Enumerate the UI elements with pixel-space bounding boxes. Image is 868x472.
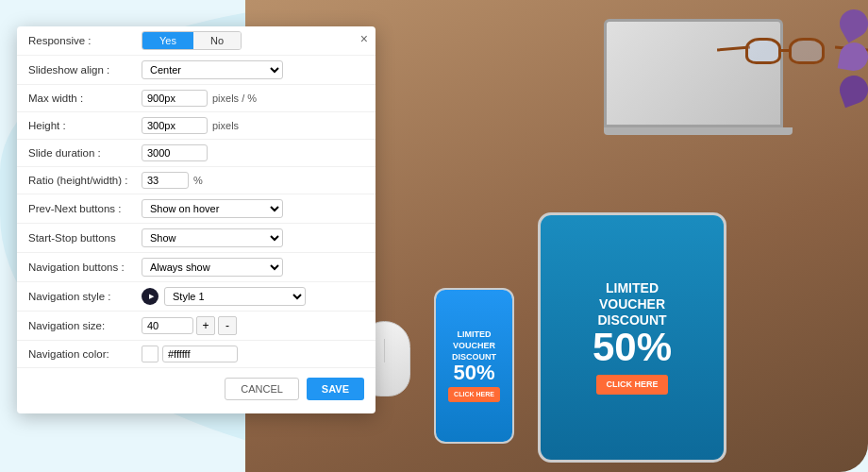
tablet-line1: LIMITED — [593, 280, 672, 296]
nav-size-input[interactable] — [142, 317, 193, 334]
slideshow-align-select[interactable]: Center — [142, 60, 283, 79]
nav-size-stepper: + - — [142, 316, 237, 335]
glasses-lens-right — [789, 38, 825, 64]
phone-screen: LIMITED VOUCHER DISCOUNT 50% CLICK HERE — [436, 290, 512, 442]
laptop-base — [604, 127, 793, 135]
nav-style-row: Navigation style : Style 1 — [17, 282, 376, 312]
phone-cta: CLICK HERE — [448, 387, 500, 401]
slideshow-align-row: Slideshow align : Center — [17, 56, 376, 85]
phone-line1: LIMITED — [448, 329, 500, 341]
tablet-content: LIMITED VOUCHER DISCOUNT 50% CLICK HERE — [574, 261, 691, 413]
prev-next-label: Prev-Next buttons : — [28, 203, 142, 214]
nav-style-icon — [142, 288, 159, 305]
flowers — [840, 9, 868, 104]
prev-next-select[interactable]: Show on hover — [142, 199, 283, 218]
ratio-label: Ratio (height/width) : — [28, 175, 142, 186]
nav-size-label: Navigation size: — [28, 320, 142, 331]
mouse-line — [384, 339, 385, 362]
ratio-row: Ratio (height/width) : % — [17, 167, 376, 194]
save-button[interactable]: SAVE — [307, 378, 364, 400]
height-input[interactable] — [142, 117, 208, 134]
responsive-toggle: Yes No — [142, 31, 242, 50]
nav-buttons-row: Navigation buttons : Always show — [17, 253, 376, 282]
tablet: LIMITED VOUCHER DISCOUNT 50% CLICK HERE — [538, 212, 726, 463]
nav-size-increment[interactable]: + — [196, 316, 215, 335]
glasses-frame — [745, 38, 840, 64]
nav-size-decrement[interactable]: - — [218, 316, 237, 335]
nav-buttons-label: Navigation buttons : — [28, 261, 142, 273]
tablet-discount: 50% — [593, 328, 672, 367]
max-width-input[interactable] — [142, 90, 208, 107]
start-stop-label: Start-Stop buttons — [28, 232, 142, 244]
cancel-button[interactable]: CANCEL — [225, 378, 299, 400]
ratio-input[interactable] — [142, 172, 189, 189]
height-row: Height : pixels — [17, 112, 376, 140]
slideshow-align-label: Slideshow align : — [28, 64, 142, 76]
settings-dialog: × Responsive : Yes No Slideshow align : … — [17, 26, 376, 413]
flower-3 — [836, 72, 868, 108]
nav-buttons-select[interactable]: Always show — [142, 258, 283, 277]
nav-style-label: Navigation style : — [28, 291, 142, 302]
responsive-row: Responsive : Yes No — [17, 26, 376, 56]
phone-line2: VOUCHER — [448, 341, 500, 352]
max-width-unit: pixels / % — [212, 93, 257, 104]
prev-next-row: Prev-Next buttons : Show on hover — [17, 194, 376, 224]
dialog-footer: CANCEL SAVE — [17, 370, 376, 404]
responsive-no-button[interactable]: No — [193, 32, 241, 49]
glasses-lens-left — [745, 38, 781, 64]
tablet-line2: VOUCHER — [593, 296, 672, 312]
height-unit: pixels — [212, 120, 239, 131]
tablet-screen: LIMITED VOUCHER DISCOUNT 50% CLICK HERE — [541, 215, 724, 460]
ratio-unit: % — [193, 175, 203, 186]
tablet-cta: CLICK HERE — [596, 375, 667, 395]
max-width-label: Max width : — [28, 93, 142, 104]
slide-duration-label: Slide duration : — [28, 147, 142, 159]
nav-color-swatch[interactable] — [142, 346, 159, 362]
phone-content: LIMITED VOUCHER DISCOUNT 50% CLICK HERE — [439, 320, 509, 411]
flower-1 — [835, 5, 868, 43]
responsive-label: Responsive : — [28, 35, 142, 46]
phone: LIMITED VOUCHER DISCOUNT 50% CLICK HERE — [434, 288, 514, 444]
nav-style-select[interactable]: Style 1 — [164, 287, 306, 306]
close-button[interactable]: × — [360, 32, 368, 45]
slide-duration-input[interactable] — [142, 144, 208, 161]
start-stop-row: Start-Stop buttons Show — [17, 224, 376, 253]
nav-color-input[interactable] — [162, 346, 238, 362]
nav-style-control: Style 1 — [142, 287, 306, 306]
responsive-yes-button[interactable]: Yes — [142, 32, 193, 49]
nav-color-label: Navigation color: — [28, 348, 142, 360]
glasses-bridge — [781, 49, 791, 52]
slide-duration-row: Slide duration : — [17, 140, 376, 167]
max-width-row: Max width : pixels / % — [17, 85, 376, 112]
glasses — [745, 38, 840, 85]
nav-color-row: Navigation color: — [17, 341, 376, 368]
nav-size-row: Navigation size: + - — [17, 312, 376, 341]
height-label: Height : — [28, 120, 142, 131]
phone-discount: 50% — [448, 362, 500, 383]
flower-2 — [838, 41, 868, 74]
start-stop-select[interactable]: Show — [142, 228, 283, 247]
nav-color-control — [142, 346, 238, 362]
